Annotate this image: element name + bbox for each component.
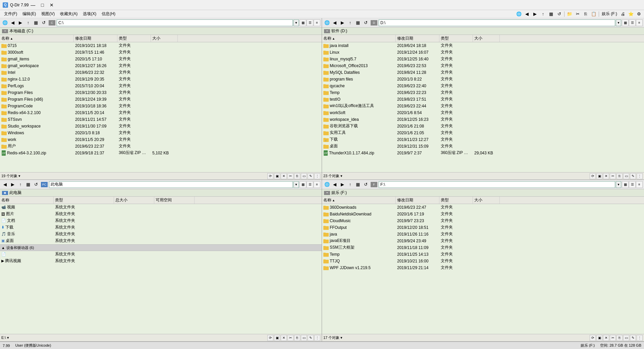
pane-br-view-list[interactable]: ☰ — [629, 181, 636, 188]
list-item[interactable]: program files 2020/1/3 8:22 文件夹 — [322, 76, 644, 83]
list-item[interactable]: 📄 系统文件夹 — [0, 251, 322, 258]
list-item[interactable]: 3000soft 2019/7/15 11:46 文件夹 — [0, 49, 322, 56]
list-item[interactable]: BaiduNetdiskDownload 2020/1/6 17:19 文件夹 — [322, 211, 644, 217]
global-tb-settings[interactable]: ⚙ — [635, 10, 643, 18]
pane-tr-status-btn3[interactable]: ✕ — [603, 173, 609, 179]
list-item[interactable]: Microsoft_Office2013 2019/6/23 22:53 文件夹 — [322, 62, 644, 69]
pane-tl-globe[interactable]: 🌐 — [1, 19, 9, 27]
pane-bl-view-large[interactable]: ▦ — [300, 181, 306, 188]
list-item[interactable]: Temp 2019/11/25 14:13 文件夹 — [322, 251, 644, 258]
pane-tl-fwd[interactable]: ▶ — [17, 19, 24, 27]
pane-tr-status-btn5[interactable]: ⎘ — [616, 173, 623, 179]
list-item[interactable]: Temp 2019/6/23 22:23 文件夹 — [322, 89, 644, 96]
global-tb-fwd[interactable]: ▶ — [531, 10, 539, 18]
pane-bl-refresh[interactable]: ↺ — [32, 181, 40, 188]
list-item[interactable]: WPF JJDown v1.219.5 2019/11/29 21:14 文件夹 — [322, 264, 644, 271]
menu-edit[interactable]: 编辑(E) — [20, 10, 39, 17]
pane-bl-fwd[interactable]: ▶ — [9, 181, 16, 188]
list-item[interactable]: Windows 2020/1/3 8:18 文件夹 — [0, 130, 322, 136]
pane-tl-view-list[interactable]: ☰ — [307, 19, 313, 26]
pane-tl-status-btn6[interactable]: ▭ — [301, 173, 307, 179]
list-item[interactable]: testIO 2019/8/23 17:51 文件夹 — [322, 96, 644, 103]
pane-tr-fwd[interactable]: ▶ — [339, 19, 346, 27]
pane-tr-up[interactable]: ↑ — [346, 19, 354, 27]
menu-options[interactable]: 选项(X) — [80, 10, 99, 17]
list-item[interactable]: work 2019/11/5 20:29 文件夹 — [0, 136, 322, 143]
list-item[interactable]: Intel 2019/6/23 22:32 文件夹 — [0, 69, 322, 76]
list-item[interactable]: Redis-x64-3.2.100 2019/11/5 20:14 文件夹 — [0, 109, 322, 116]
list-item[interactable]: TTJQ 2019/10/21 16:00 文件夹 — [322, 258, 644, 264]
pane-tl-status-btn3[interactable]: ✕ — [281, 173, 287, 179]
pane-br-address-dropdown[interactable]: ▼ — [616, 181, 621, 188]
pane-tr-status-btn6[interactable]: ▭ — [623, 173, 629, 179]
list-item[interactable]: MySQL Datafiles 2019/8/24 11:28 文件夹 — [322, 69, 644, 76]
pane-tr-back[interactable]: ◀ — [331, 19, 338, 27]
global-tb-print[interactable]: 🖨 — [619, 10, 627, 18]
pane-tl-up[interactable]: ↑ — [24, 19, 32, 27]
pane-tr-col-name[interactable]: 名称 ▲ — [322, 35, 396, 42]
list-item[interactable]: 🎵 音乐 系统文件夹 — [0, 231, 322, 238]
menu-file[interactable]: 文件(F) — [1, 10, 20, 17]
pane-bl-view-detail[interactable]: ≡ — [314, 181, 320, 188]
pane-bl-address-dropdown[interactable]: ▼ — [293, 181, 299, 188]
list-item[interactable]: workSoft 2020/1/6 8:54 文件夹 — [322, 109, 644, 116]
list-item[interactable]: ZIP Redis-x64-3.2.100.zip 2019/9/18 21:3… — [0, 150, 322, 156]
list-item[interactable]: 实用工具 2020/1/6 21:05 文件夹 — [322, 130, 644, 136]
pane-bl-col-name[interactable]: 名称 — [0, 197, 54, 204]
list-item[interactable]: 📹 视频 系统文件夹 — [0, 204, 322, 211]
pane-br-status-btn6[interactable]: ▭ — [623, 335, 629, 341]
list-item[interactable]: win10以及office激活工具 2019/6/23 22:44 文件夹 — [322, 103, 644, 109]
list-item[interactable]: Program Files (x86) 2019/12/24 19:39 文件夹 — [0, 96, 322, 103]
pane-tr-col-type[interactable]: 类型 — [439, 35, 473, 42]
menu-view[interactable]: 视图(V) — [39, 10, 57, 17]
pane-bl-up[interactable]: ↑ — [17, 181, 24, 188]
pane-br-status-btn1[interactable]: ⟳ — [590, 335, 596, 341]
pane-tl-status-btn7[interactable]: ✎ — [308, 173, 314, 179]
close-button[interactable]: ✕ — [47, 2, 56, 8]
pane-tr-col-date[interactable]: 修改日期 — [396, 35, 439, 42]
list-item[interactable]: ↓ 下载 2019/11/23 12:27 文件夹 — [322, 136, 644, 143]
pane-bl-col-type[interactable]: 类型 — [54, 197, 114, 204]
list-item[interactable]: CloudMusic 2019/9/7 23:23 文件夹 — [322, 217, 644, 224]
pane-br-col-name[interactable]: 名称 ▲ — [322, 197, 396, 204]
menu-favorites[interactable]: 收藏夹(A) — [57, 10, 80, 17]
list-item[interactable]: ProgramCode 2019/10/18 18:36 文件夹 — [0, 103, 322, 109]
pane-bl-col-total[interactable]: 总大小 — [114, 197, 154, 204]
pane-br-status-btn7[interactable]: ✎ — [630, 335, 636, 341]
list-item[interactable]: 0715 2019/10/21 18:18 文件夹 — [0, 42, 322, 49]
pane-br-back[interactable]: ◀ — [331, 181, 338, 188]
pane-br-view-large[interactable]: ▦ — [622, 181, 629, 188]
list-item[interactable]: PerfLogs 2015/7/10 20:04 文件夹 — [0, 83, 322, 89]
list-item[interactable]: Linux 2019/12/24 16:07 文件夹 — [322, 49, 644, 56]
list-item[interactable]: FFOutput 2019/12/20 18:51 文件夹 — [322, 224, 644, 231]
pane-tr-address-input[interactable] — [379, 19, 615, 26]
minimize-button[interactable]: — — [29, 2, 37, 8]
global-tb-up[interactable]: ↑ — [539, 10, 547, 18]
global-tb-new[interactable]: 📁 — [566, 10, 573, 18]
pane-tr-status-btn8[interactable]: ⋮ — [637, 173, 643, 179]
pane-tl-col-name[interactable]: 名称 ▲ — [0, 35, 74, 42]
pane-br-address-input[interactable] — [379, 181, 615, 188]
pane-tl-status-btn4[interactable]: ✂ — [287, 173, 293, 179]
pane-tr-layout[interactable]: ▦ — [354, 19, 362, 27]
pane-bl-status-btn6[interactable]: ▭ — [301, 335, 307, 341]
list-item[interactable]: nginx-1.12.0 2019/12/9 20:35 文件夹 — [0, 76, 322, 83]
pane-tl-layout[interactable]: ▦ — [32, 19, 40, 27]
pane-br-status-btn4[interactable]: ✂ — [610, 335, 616, 341]
pane-bl-back[interactable]: ◀ — [1, 181, 9, 188]
pane-tr-view-detail[interactable]: ≡ — [636, 19, 643, 26]
pane-tl-address-input[interactable] — [57, 19, 293, 26]
list-item[interactable]: Studio_workspace 2019/11/30 17:09 文件夹 — [0, 123, 322, 130]
pane-bl-layout[interactable]: ▦ — [24, 181, 32, 188]
list-item[interactable]: gmall_workspace 2019/12/27 16:26 文件夹 — [0, 62, 322, 69]
global-tb-copy[interactable]: ⎘ — [582, 10, 589, 18]
pane-tl-status-btn1[interactable]: ⟳ — [267, 173, 273, 179]
list-item[interactable]: 桌面 2019/12/31 15:09 文件夹 — [322, 143, 644, 150]
pane-bl-address-input[interactable] — [49, 181, 293, 188]
list-item[interactable]: STSsvn 2019/11/21 14:57 文件夹 — [0, 116, 322, 123]
list-item[interactable]: 谷歌浏览器下载 2020/1/6 21:08 文件夹 — [322, 123, 644, 130]
pane-br-status-btn3[interactable]: ✕ — [603, 335, 609, 341]
pane-br-status-btn5[interactable]: ⎘ — [616, 335, 623, 341]
list-item[interactable]: Program Files 2019/12/30 20:33 文件夹 — [0, 89, 322, 96]
pane-bl-view-list[interactable]: ☰ — [307, 181, 313, 188]
